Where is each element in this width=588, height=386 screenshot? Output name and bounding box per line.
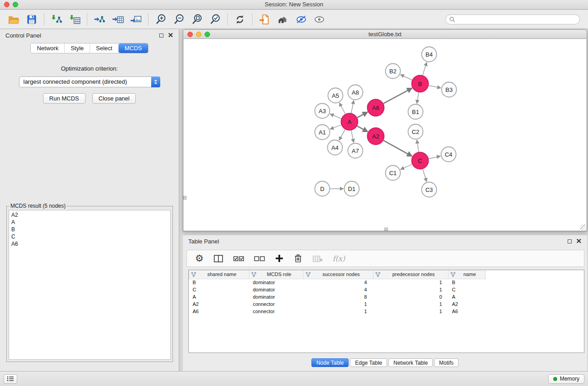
zoom-selected-button[interactable] bbox=[206, 12, 224, 27]
graph-node-C2[interactable]: C2 bbox=[408, 124, 423, 139]
graph-edge-B-B1[interactable] bbox=[417, 92, 419, 103]
table-cell[interactable]: 0 bbox=[373, 293, 449, 300]
control-tab-mcds[interactable]: MCDS bbox=[119, 43, 148, 53]
table-cell[interactable]: 1 bbox=[304, 300, 373, 308]
graph-node-A3[interactable]: A3 bbox=[315, 104, 330, 119]
graph-node-D[interactable]: D bbox=[315, 181, 330, 196]
graph-edge-C-C2[interactable] bbox=[417, 140, 419, 152]
graph-node-B2[interactable]: B2 bbox=[386, 64, 401, 79]
memory-button[interactable]: Memory bbox=[548, 374, 584, 384]
table-row[interactable]: Bdominator41B bbox=[189, 279, 584, 286]
graph-node-A[interactable]: A bbox=[341, 114, 358, 130]
graph-edge-B-B4[interactable] bbox=[423, 62, 427, 76]
graph-node-C4[interactable]: C4 bbox=[441, 147, 456, 162]
zoom-window-button[interactable] bbox=[13, 2, 18, 7]
column-header-shared-name[interactable]: shared name bbox=[189, 270, 249, 279]
control-tab-network[interactable]: Network bbox=[31, 43, 65, 53]
network-close-button[interactable] bbox=[187, 32, 193, 37]
table-cell[interactable]: 1 bbox=[373, 308, 449, 315]
graph-node-A7[interactable]: A7 bbox=[348, 143, 363, 158]
table-cell[interactable]: C bbox=[189, 286, 249, 293]
run-mcds-button[interactable]: Run MCDS bbox=[43, 93, 86, 104]
table-row[interactable]: Adominator80A bbox=[189, 293, 584, 300]
graph-edge-A-A8[interactable] bbox=[351, 100, 354, 113]
deselect-all-button[interactable] bbox=[254, 252, 265, 265]
graph-node-B4[interactable]: B4 bbox=[422, 47, 437, 62]
mcds-result-item[interactable]: A2 bbox=[9, 211, 170, 219]
mcds-result-item[interactable]: A bbox=[9, 219, 170, 226]
table-cell[interactable]: C bbox=[449, 286, 486, 293]
import-network-button[interactable] bbox=[48, 12, 66, 27]
optimization-dropdown[interactable]: largest connected component (directed) bbox=[19, 76, 160, 87]
table-tab-network-table[interactable]: Network Table bbox=[388, 358, 433, 367]
graph-node-A4[interactable]: A4 bbox=[328, 140, 343, 155]
network-minimize-button[interactable] bbox=[196, 32, 201, 37]
table-tab-edge-table[interactable]: Edge Table bbox=[350, 358, 387, 367]
horizontal-scroll-nub[interactable] bbox=[384, 228, 388, 231]
search-input[interactable] bbox=[445, 14, 580, 24]
mcds-result-item[interactable]: A6 bbox=[9, 240, 170, 248]
close-table-panel-icon[interactable]: ✕ bbox=[576, 238, 582, 244]
graphics-details-button[interactable] bbox=[292, 12, 310, 27]
graph-node-B3[interactable]: B3 bbox=[442, 82, 457, 97]
mcds-result-item[interactable]: C bbox=[9, 233, 170, 240]
show-columns-button[interactable] bbox=[213, 252, 224, 265]
export-table-button[interactable] bbox=[109, 12, 127, 27]
delete-table-button[interactable] bbox=[312, 252, 323, 265]
table-cell[interactable]: 1 bbox=[373, 279, 449, 286]
table-row[interactable]: A6connector11A6 bbox=[189, 308, 584, 315]
graph-node-A8[interactable]: A8 bbox=[348, 85, 363, 100]
graph-node-C1[interactable]: C1 bbox=[386, 166, 401, 181]
close-panel-icon[interactable]: ✕ bbox=[167, 33, 173, 38]
close-window-button[interactable] bbox=[4, 2, 10, 7]
network-overview-button[interactable] bbox=[274, 12, 292, 27]
table-tab-motifs[interactable]: Motifs bbox=[434, 358, 459, 367]
table-cell[interactable]: A2 bbox=[189, 300, 249, 308]
graph-edge-A2-C[interactable] bbox=[383, 140, 412, 156]
table-cell[interactable]: dominator bbox=[249, 279, 304, 286]
column-header-predecessor-nodes[interactable]: predecessor nodes bbox=[373, 270, 449, 279]
table-cell[interactable]: A2 bbox=[449, 300, 486, 308]
table-cell[interactable]: A bbox=[189, 293, 249, 300]
column-header-name[interactable]: name bbox=[449, 270, 486, 279]
graph-edge-A-A4[interactable] bbox=[339, 129, 345, 140]
export-network-button[interactable] bbox=[91, 12, 109, 27]
float-table-panel-icon[interactable] bbox=[568, 239, 572, 243]
table-cell[interactable]: 1 bbox=[373, 286, 449, 293]
graph-node-A6[interactable]: A6 bbox=[368, 100, 384, 116]
network-graph[interactable]: B4B2BB3B1A5A8A6A3AA1A2C2A4A7C4CC1C3DD1 bbox=[183, 39, 587, 231]
network-window-titlebar[interactable]: testGlobe.txt bbox=[183, 29, 587, 39]
table-cell[interactable]: B bbox=[449, 279, 486, 286]
zoom-fit-button[interactable] bbox=[188, 12, 206, 27]
table-tab-node-table[interactable]: Node Table bbox=[311, 358, 349, 367]
save-session-button[interactable] bbox=[23, 12, 41, 27]
table-cell[interactable]: 4 bbox=[304, 279, 373, 286]
hide-panels-button[interactable] bbox=[310, 12, 328, 27]
open-session-button[interactable] bbox=[256, 12, 274, 27]
table-cell[interactable]: 1 bbox=[304, 308, 373, 315]
graph-node-A1[interactable]: A1 bbox=[315, 125, 330, 140]
graph-edge-B-B3[interactable] bbox=[429, 86, 441, 88]
create-column-button[interactable] bbox=[275, 252, 284, 265]
control-tab-style[interactable]: Style bbox=[65, 43, 90, 53]
network-zoom-button[interactable] bbox=[205, 32, 210, 37]
graph-node-C3[interactable]: C3 bbox=[422, 182, 437, 197]
table-cell[interactable]: 8 bbox=[304, 293, 373, 300]
resize-grip[interactable] bbox=[580, 224, 586, 230]
control-tab-select[interactable]: Select bbox=[90, 43, 119, 53]
graph-edge-A-A6[interactable] bbox=[357, 112, 368, 118]
select-all-button[interactable] bbox=[233, 252, 244, 265]
import-table-button[interactable] bbox=[66, 12, 84, 27]
table-settings-button[interactable]: ⚙ bbox=[195, 252, 204, 265]
table-cell[interactable]: A6 bbox=[449, 308, 486, 315]
table-cell[interactable]: 1 bbox=[373, 300, 449, 308]
export-image-button[interactable] bbox=[127, 12, 145, 27]
table-cell[interactable]: connector bbox=[249, 300, 304, 308]
graph-node-B1[interactable]: B1 bbox=[408, 105, 423, 119]
table-row[interactable]: A2connector11A2 bbox=[189, 300, 584, 308]
table-cell[interactable]: connector bbox=[249, 308, 304, 315]
graph-edge-A-A1[interactable] bbox=[330, 125, 341, 129]
graph-node-A5[interactable]: A5 bbox=[328, 88, 343, 103]
delete-column-button[interactable] bbox=[293, 252, 303, 265]
show-hidden-panels-button[interactable] bbox=[4, 374, 17, 384]
